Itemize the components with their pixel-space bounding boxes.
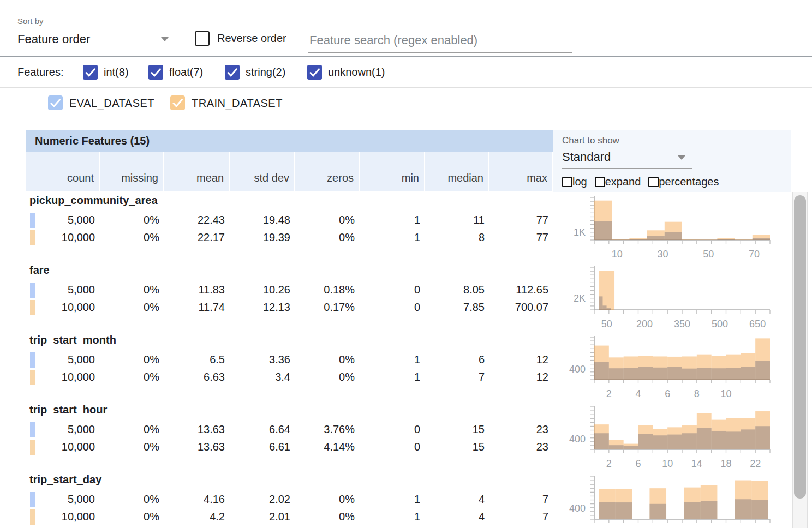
divider <box>0 56 812 57</box>
toggle-log: log <box>562 177 587 186</box>
stat-value: 0% <box>295 493 355 506</box>
column-header-count: count <box>26 152 99 191</box>
facets-overview-page: Sort by Feature order Reverse order Feat… <box>0 0 812 528</box>
stat-value: 0% <box>100 353 159 366</box>
scrollbar-thumb[interactable] <box>794 195 806 499</box>
stat-value: 23 <box>489 441 548 453</box>
stat-value: 22.17 <box>164 231 225 244</box>
stat-value: 7 <box>489 493 548 506</box>
column-header-max: max <box>489 152 552 191</box>
stat-value: 19.39 <box>230 231 290 244</box>
column-header-label: count <box>67 172 94 184</box>
stat-value: 3.36 <box>230 353 290 366</box>
svg-text:350: 350 <box>674 319 690 329</box>
stat-value: 6.61 <box>230 441 290 453</box>
expand-checkbox[interactable] <box>595 177 605 187</box>
eval_dataset-checkbox[interactable] <box>48 95 63 110</box>
column-header-label: median <box>447 172 483 184</box>
stat-value: 11.74 <box>164 301 225 314</box>
feature-name: fare <box>29 264 50 277</box>
column-header-label: missing <box>121 172 158 184</box>
stat-value: 1 <box>360 371 420 383</box>
stat-value: 12 <box>489 353 548 366</box>
svg-text:400: 400 <box>569 364 586 375</box>
svg-text:6: 6 <box>665 388 670 399</box>
stat-value: 4.2 <box>164 511 225 523</box>
feature-type-checkbox-string[interactable] <box>225 65 240 80</box>
stat-value: 12.13 <box>230 301 290 314</box>
stat-value: 22.43 <box>164 214 225 226</box>
percentages-checkbox[interactable] <box>648 177 659 187</box>
stat-value: 4.14% <box>295 441 355 453</box>
stat-value: 0 <box>360 284 420 296</box>
histogram-pickup_community_area: 1K10305070 <box>553 192 791 262</box>
column-header-label: mean <box>196 172 224 184</box>
stat-value: 6.5 <box>164 353 225 366</box>
chart-type-select[interactable]: Standard <box>562 148 692 169</box>
feature-type-label: unknown(1) <box>328 66 385 79</box>
svg-text:1K: 1K <box>574 227 586 238</box>
stat-value: 7 <box>425 371 485 383</box>
stat-value: 77 <box>489 214 548 226</box>
features-filter-label: Features: <box>17 66 63 79</box>
stat-value: 77 <box>489 231 548 244</box>
train_dataset-checkbox[interactable] <box>170 95 185 110</box>
toggle-percentages: percentages <box>648 177 719 186</box>
stat-value: 1 <box>360 231 420 244</box>
column-header-label: std dev <box>254 172 289 184</box>
histogram-trip_start_hour: 4002610141822 <box>553 401 791 471</box>
search-input[interactable] <box>308 28 572 53</box>
stat-value: 11.83 <box>164 284 225 296</box>
feature-type-checkbox-float[interactable] <box>148 65 163 80</box>
stat-value: 1 <box>360 353 420 366</box>
stat-value: 12 <box>489 371 548 383</box>
svg-text:22: 22 <box>750 458 761 469</box>
stat-value: 0% <box>100 214 159 226</box>
stat-value: 5,000 <box>26 423 95 436</box>
stat-value: 0.18% <box>295 284 355 296</box>
column-header-median: median <box>425 152 488 191</box>
column-header-missing: missing <box>100 152 163 191</box>
stat-value: 0% <box>100 493 159 506</box>
stat-value: 0 <box>360 301 420 314</box>
stat-value: 13.63 <box>164 441 225 453</box>
stat-value: 0% <box>100 284 159 296</box>
feature-name: pickup_community_area <box>29 194 158 207</box>
stats-header-row: countmissingmeanstd devzerosminmedianmax <box>26 152 553 191</box>
svg-text:4: 4 <box>635 388 641 399</box>
column-header-label: max <box>527 172 547 184</box>
chevron-down-icon <box>161 37 169 41</box>
feature-name: trip_start_month <box>29 334 116 346</box>
column-header-zeros: zeros <box>295 152 359 191</box>
stat-value: 10,000 <box>26 371 95 383</box>
svg-text:6: 6 <box>635 458 641 469</box>
stat-value: 10,000 <box>26 231 95 244</box>
stat-value: 2.02 <box>230 493 290 506</box>
feature-type-checkbox-unknown[interactable] <box>307 65 322 80</box>
svg-text:18: 18 <box>720 458 731 469</box>
sort-by-select[interactable]: Feature order <box>17 28 180 53</box>
reverse-order-label: Reverse order <box>217 32 286 45</box>
feature-type-label: int(8) <box>104 66 129 79</box>
svg-text:2K: 2K <box>574 293 586 304</box>
stat-value: 15 <box>425 441 485 453</box>
stat-value: 0% <box>295 214 355 226</box>
feature-name: trip_start_hour <box>29 404 107 416</box>
vertical-scrollbar[interactable] <box>792 192 808 528</box>
stat-value: 0% <box>100 423 159 436</box>
stat-value: 8 <box>425 231 485 244</box>
toggle-label: log <box>572 176 587 188</box>
svg-text:400: 400 <box>569 434 586 445</box>
stat-value: 7.85 <box>425 301 485 314</box>
stat-value: 3.4 <box>230 371 290 383</box>
stat-value: 10,000 <box>26 301 95 314</box>
chart-to-show-label: Chart to show <box>562 135 619 146</box>
log-checkbox[interactable] <box>562 177 572 187</box>
stat-value: 10.26 <box>230 284 290 296</box>
stat-value: 5,000 <box>26 214 95 226</box>
reverse-order-checkbox[interactable] <box>195 31 210 46</box>
stat-value: 13.63 <box>164 423 225 436</box>
feature-type-checkbox-int[interactable] <box>83 65 98 80</box>
svg-text:50: 50 <box>703 249 714 260</box>
stat-value: 19.48 <box>230 214 290 226</box>
